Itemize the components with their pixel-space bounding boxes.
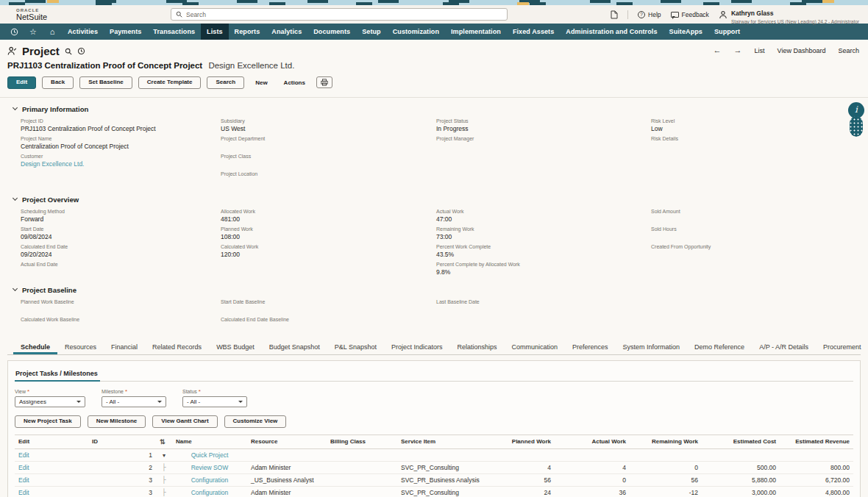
help-label: Help [648,11,661,18]
tab-related-records[interactable]: Related Records [145,341,209,354]
tab-project-indicators[interactable]: Project Indicators [384,341,450,354]
tab-preferences[interactable]: Preferences [565,341,616,354]
field-actual-end-date: Actual End Date [21,261,221,276]
back-button[interactable]: Back [42,76,74,89]
task-planned-work: 56 [484,473,555,486]
tab-procurement[interactable]: Procurement [816,341,868,354]
nav-item-activities[interactable]: Activities [62,24,104,40]
document-icon [611,10,618,19]
nav-item-analytics[interactable]: Analytics [266,24,307,40]
tab-wbs-budget[interactable]: WBS Budget [209,341,262,354]
tab-ap-ar-details[interactable]: A/P - A/R Details [752,341,816,354]
field-planned-work: Planned Work 108:00 [221,226,436,240]
search-link[interactable]: Search [838,47,859,54]
tab-budget-snapshot[interactable]: Budget Snapshot [262,341,327,354]
tab-communication[interactable]: Communication [505,341,566,354]
nav-item-reports[interactable]: Reports [229,24,266,40]
create-template-button[interactable]: Create Template [138,76,202,89]
project-overview-header[interactable]: Project Overview [7,195,861,204]
view-gantt-chart-button[interactable]: View Gantt Chart [152,415,217,428]
task-actual-work [555,448,630,461]
project-baseline-header[interactable]: Project Baseline [7,285,861,295]
tab-pl-snapshot[interactable]: P&L Snapshot [327,341,384,354]
field-value [21,323,221,331]
edit-link[interactable]: Edit [18,464,29,471]
nav-item-implementation[interactable]: Implementation [445,24,507,40]
tab-relationships[interactable]: Relationships [449,341,504,354]
tab-resources[interactable]: Resources [57,341,104,354]
view-select[interactable]: Assignees [15,396,85,407]
recent-records-icon[interactable] [4,24,24,40]
dots-grid-icon[interactable] [850,116,863,137]
field-actual-work: Actual Work 47:00 [436,208,651,223]
new-project-task-button[interactable]: New Project Task [15,415,81,428]
field-value [221,178,436,185]
table-header-row: Edit ID ⇅ Name Resource Billing Class Se… [15,435,853,448]
feedback-button[interactable]: Feedback [671,11,709,18]
new-menu[interactable]: New [250,79,272,86]
customer-link[interactable]: Design Excellence Ltd. [21,160,221,168]
home-icon[interactable]: ⌂ [43,24,62,40]
nav-item-fixed-assets[interactable]: Fixed Assets [507,24,560,40]
create-note-button[interactable] [611,10,618,19]
record-refresh-icon[interactable] [77,47,85,55]
netsuite-wordmark: NetSuite [16,13,47,21]
tab-schedule[interactable]: Schedule [13,341,57,354]
help-button[interactable]: ? Help [638,11,661,18]
section-title: Project Baseline [22,286,77,294]
field-label: Project Location [221,171,436,177]
field-start-date: Start Date 09/08/2024 [21,226,221,240]
back-arrow-icon[interactable]: ← [714,46,722,54]
edit-link[interactable]: Edit [18,489,29,496]
tab-system-information[interactable]: System Information [616,341,688,354]
shortcuts-star-icon[interactable]: ☆ [24,24,43,40]
view-dashboard-link[interactable]: View Dashboard [778,47,826,54]
set-baseline-button[interactable]: Set Baseline [79,76,132,89]
task-estimated-revenue: 6,720.00 [780,473,853,486]
col-edit: Edit [15,435,88,448]
primary-information-header[interactable]: Primary Information [7,104,861,114]
field-label: Planned Work Baseline [21,298,221,305]
global-search[interactable] [171,8,508,21]
forward-arrow-icon[interactable]: → [734,46,742,54]
edit-link[interactable]: Edit [18,476,29,484]
search-button[interactable]: Search [207,76,244,89]
actions-menu[interactable]: Actions [279,79,310,86]
nav-item-customization[interactable]: Customization [387,24,445,40]
user-menu[interactable]: Kathryn Glass Stairway for Services US (… [719,5,859,24]
nav-item-suiteapps[interactable]: SuiteApps [664,24,708,40]
nav-item-support[interactable]: Support [708,24,746,40]
nav-item-documents[interactable]: Documents [307,24,356,40]
edit-link[interactable]: Edit [18,451,29,459]
nav-item-lists[interactable]: Lists [201,24,229,40]
task-name-link[interactable]: Configuration [191,476,229,484]
task-name-link[interactable]: Quick Project [191,451,229,459]
record-search-icon[interactable] [65,48,72,55]
field-label: Created From Opportunity [651,243,861,250]
field-planned-work-baseline: Planned Work Baseline [21,298,221,313]
task-name-link[interactable]: Configuration [191,489,229,496]
nav-item-transactions[interactable]: Transactions [147,24,201,40]
sort-icon[interactable]: ⇅ [160,438,166,446]
subtab-bar: Project Tasks / Milestones [15,365,853,382]
edit-button[interactable]: Edit [7,76,36,89]
nav-item-setup[interactable]: Setup [356,24,387,40]
tab-financial[interactable]: Financial [104,341,145,354]
print-button[interactable] [316,76,332,88]
guided-learning-widget[interactable]: i [848,102,864,137]
nav-item-payments[interactable]: Payments [104,24,147,40]
field-label: Project Department [221,135,436,142]
table-row: Edit 1 ▾ Quick Project [15,448,853,461]
tab-demo-reference[interactable]: Demo Reference [687,341,752,354]
status-select[interactable]: - All - [182,396,247,407]
nav-item-administration-and-controls[interactable]: Administration and Controls [560,24,663,40]
customize-view-button[interactable]: Customize View [224,415,287,428]
list-link[interactable]: List [755,47,765,54]
milestone-select[interactable]: - All - [102,396,166,407]
subtab-project-tasks-milestones[interactable]: Project Tasks / Milestones [15,368,100,382]
section-title: Primary Information [22,105,88,113]
global-search-input[interactable] [186,11,502,18]
new-milestone-button[interactable]: New Milestone [88,415,146,428]
task-name-link[interactable]: Review SOW [191,464,229,471]
expander-caret-icon[interactable]: ▾ [163,452,166,459]
